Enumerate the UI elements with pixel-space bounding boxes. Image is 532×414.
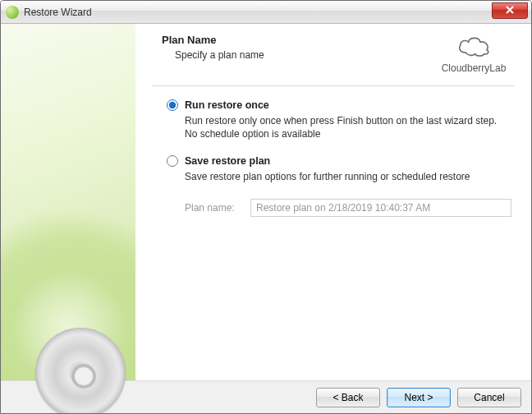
option-run-once: Run restore once Run restore only once w… — [167, 99, 511, 140]
plan-name-row: Plan name: — [185, 199, 511, 217]
wizard-body: Plan Name Specify a plan name Cloudberry… — [1, 24, 531, 380]
header-row: Plan Name Specify a plan name Cloudberry… — [152, 34, 515, 74]
option-save-plan-row[interactable]: Save restore plan — [167, 155, 511, 167]
radio-run-once[interactable] — [167, 99, 178, 111]
restore-wizard-window: Restore Wizard Plan Name Specify a plan … — [0, 0, 532, 414]
next-button[interactable]: Next > — [387, 388, 451, 407]
radio-save-plan[interactable] — [167, 155, 178, 167]
close-icon — [506, 5, 514, 16]
cancel-button[interactable]: Cancel — [457, 388, 521, 407]
divider — [152, 85, 515, 86]
page-subtitle: Specify a plan name — [162, 49, 264, 61]
window-title: Restore Wizard — [24, 7, 92, 18]
wizard-main: Plan Name Specify a plan name Cloudberry… — [135, 24, 531, 380]
close-button[interactable] — [492, 2, 528, 19]
wizard-sidebar — [1, 24, 135, 380]
option-save-plan-desc: Save restore plan options for further ru… — [185, 170, 511, 183]
titlebar: Restore Wizard — [1, 1, 531, 24]
option-run-once-label: Run restore once — [185, 99, 269, 111]
brand-logo: CloudberryLab — [433, 34, 515, 74]
brand-name: CloudberryLab — [433, 62, 515, 74]
app-icon — [6, 6, 19, 19]
option-save-plan: Save restore plan Save restore plan opti… — [167, 155, 511, 183]
page-title: Plan Name — [162, 34, 264, 46]
plan-name-input — [250, 199, 511, 217]
back-button[interactable]: < Back — [316, 388, 380, 407]
option-save-plan-label: Save restore plan — [185, 155, 270, 167]
cloud-icon — [433, 34, 515, 61]
option-run-once-desc: Run restore only once when press Finish … — [185, 114, 511, 140]
disc-icon — [35, 328, 126, 414]
option-run-once-row[interactable]: Run restore once — [167, 99, 511, 111]
header-text: Plan Name Specify a plan name — [152, 34, 264, 61]
plan-name-label: Plan name: — [185, 202, 242, 214]
plan-options: Run restore once Run restore only once w… — [152, 99, 515, 217]
